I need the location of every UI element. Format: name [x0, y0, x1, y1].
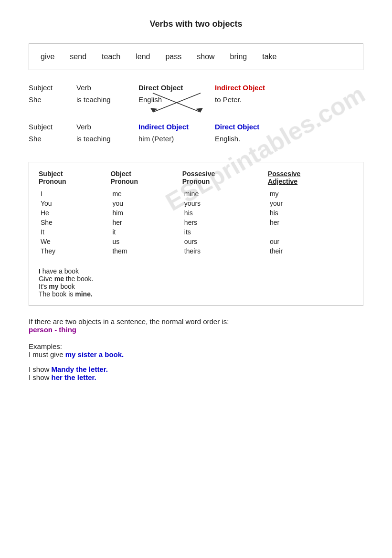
rule-section: If there are two objects in a sentence, …: [29, 317, 363, 334]
divider-2: [29, 152, 363, 162]
example-2b-prefix: I show: [29, 373, 52, 381]
label-subject-2: Subject: [29, 123, 76, 131]
rule-intro: If there are two objects in a sentence, …: [29, 317, 229, 326]
sentence-row-2: She is teaching him (Peter) English.: [29, 135, 363, 143]
verbs-box: give send teach lend pass show bring tak…: [29, 43, 363, 70]
pronoun-row-5: Weusoursour: [39, 237, 353, 246]
verb-lend: lend: [136, 53, 150, 61]
pronoun-cell-3-2: hers: [182, 218, 268, 227]
pronoun-cell-5-2: ours: [182, 237, 268, 246]
pronoun-cell-0-3: my: [268, 189, 353, 199]
label-subject-1: Subject: [29, 84, 76, 92]
verb-show: show: [197, 53, 214, 61]
pronoun-cell-3-1: her: [110, 218, 182, 227]
pronoun-cell-3-3: her: [268, 218, 353, 227]
example-give: Give me the book.: [39, 275, 353, 283]
s2-verb: is teaching: [76, 135, 138, 143]
examples-block-2: I show Mandy the letter. I show her the …: [29, 365, 363, 381]
examples-label: Examples:: [29, 342, 363, 350]
verb-bring: bring: [230, 53, 247, 61]
example-2b: I show her the letter.: [29, 373, 363, 381]
pronoun-row-4: Ititits: [39, 227, 353, 237]
pronoun-cell-2-2: his: [182, 208, 268, 218]
example-2a-prefix: I show: [29, 365, 52, 373]
s2-direct: English.: [215, 135, 291, 143]
example-its: It's my book: [39, 283, 353, 290]
pronoun-cell-1-2: yours: [182, 199, 268, 208]
pronoun-cell-0-0: I: [39, 189, 110, 199]
pronoun-cell-5-1: us: [110, 237, 182, 246]
pronoun-row-6: Theythemtheirstheir: [39, 246, 353, 256]
label-indirect-2: Indirect Object: [138, 123, 215, 131]
label-row-2: Subject Verb Indirect Object Direct Obje…: [29, 123, 363, 131]
pronoun-table-header: SubjectPronoun ObjectPronoun PossesivePr…: [39, 170, 353, 189]
pronoun-cell-5-3: our: [268, 237, 353, 246]
label-verb-1: Verb: [76, 84, 138, 92]
pronoun-cell-1-1: you: [110, 199, 182, 208]
rule-text: person - thing: [29, 326, 76, 334]
s1-subject: She: [29, 95, 76, 104]
pronoun-examples: I have a book Give me the book. It's my …: [39, 263, 353, 298]
header-subject-pronoun: SubjectPronoun: [39, 170, 110, 189]
pronoun-cell-4-3: [268, 227, 353, 237]
verb-teach: teach: [102, 53, 120, 61]
header-possesive-pronoun: PossesivePronoun: [182, 170, 268, 189]
sentence-area-1: She is teaching English to Peter.: [29, 95, 363, 104]
example-2a-highlight: Mandy the letter.: [52, 365, 108, 373]
header-object-pronoun: ObjectPronoun: [110, 170, 182, 189]
pronoun-cell-6-2: theirs: [182, 246, 268, 256]
example-1-prefix: I must give: [29, 350, 65, 358]
pronoun-cell-1-3: your: [268, 199, 353, 208]
cross-arrows-icon: [138, 91, 215, 117]
header-possesive-adjective: PossesiveAdjective: [268, 170, 353, 189]
verb-pass: pass: [165, 53, 181, 61]
page-title: Verbs with two objects: [29, 19, 363, 29]
verb-give: give: [41, 53, 54, 61]
pronoun-cell-6-1: them: [110, 246, 182, 256]
pronoun-table: SubjectPronoun ObjectPronoun PossesivePr…: [39, 170, 353, 256]
s2-indirect: him (Peter): [138, 135, 215, 143]
s2-subject: She: [29, 135, 76, 143]
pronoun-cell-0-2: mine: [182, 189, 268, 199]
verb-send: send: [70, 53, 86, 61]
pronoun-cell-2-3: his: [268, 208, 353, 218]
pronoun-table-container: SubjectPronoun ObjectPronoun PossesivePr…: [29, 162, 363, 306]
pronoun-cell-6-3: their: [268, 246, 353, 256]
pronoun-row-1: Youyouyoursyour: [39, 199, 353, 208]
pronoun-cell-2-0: He: [39, 208, 110, 218]
example-2b-highlight: her the letter.: [52, 373, 96, 381]
label-verb-2: Verb: [76, 123, 138, 131]
pronoun-cell-5-0: We: [39, 237, 110, 246]
pronoun-cell-0-1: me: [110, 189, 182, 199]
examples-block: Examples: I must give my sister a book.: [29, 342, 363, 358]
label-direct-2: Direct Object: [215, 123, 291, 131]
pronoun-cell-6-0: They: [39, 246, 110, 256]
pronoun-row-2: Hehimhishis: [39, 208, 353, 218]
example-i: I have a book: [39, 267, 353, 275]
pronoun-row-0: Imeminemy: [39, 189, 353, 199]
pronoun-cell-4-2: its: [182, 227, 268, 237]
example-mine: The book is mine.: [39, 290, 353, 298]
pronoun-cell-2-1: him: [110, 208, 182, 218]
pronoun-cell-4-0: It: [39, 227, 110, 237]
pronoun-cell-4-1: it: [110, 227, 182, 237]
example-1-highlight: my sister a book.: [65, 350, 124, 358]
grammar-section-2: Subject Verb Indirect Object Direct Obje…: [29, 123, 363, 143]
label-indirect-1: Indirect Object: [215, 84, 291, 92]
example-1: I must give my sister a book.: [29, 350, 363, 358]
pronoun-cell-3-0: She: [39, 218, 110, 227]
s1-verb: is teaching: [76, 95, 138, 104]
verb-take: take: [262, 53, 276, 61]
pronoun-row-3: Sheherhersher: [39, 218, 353, 227]
grammar-section-1: Subject Verb Direct Object Indirect Obje…: [29, 84, 363, 104]
s1-indirect: to Peter.: [215, 95, 291, 104]
pronoun-cell-1-0: You: [39, 199, 110, 208]
example-2a: I show Mandy the letter.: [29, 365, 363, 373]
